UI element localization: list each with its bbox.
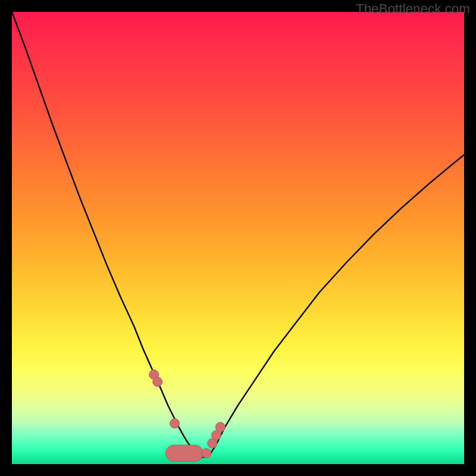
bottom-band xyxy=(165,445,203,461)
marker-dot xyxy=(215,422,225,432)
marker-dot xyxy=(153,377,162,387)
plot-frame xyxy=(12,12,464,464)
highlight-points xyxy=(149,370,226,458)
watermark-text: TheBottleneck.com xyxy=(356,1,470,17)
marker-dot xyxy=(170,419,180,428)
plot-svg xyxy=(12,12,464,464)
marker-dot xyxy=(202,449,211,458)
bottleneck-curve xyxy=(12,12,464,458)
